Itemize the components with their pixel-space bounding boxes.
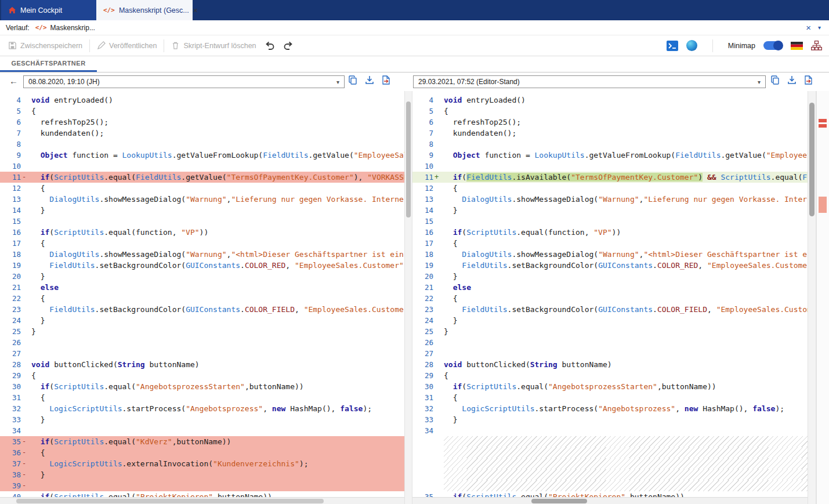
diff-marker: [21, 205, 29, 216]
code-line: 31 {: [0, 392, 404, 403]
line-number: 21: [416, 282, 433, 293]
code-text: [444, 469, 808, 480]
toolbar-separator: [712, 39, 713, 52]
tab-mein-cockpit[interactable]: Mein Cockpit: [1, 0, 96, 20]
line-number: 21: [3, 282, 21, 293]
publish-button[interactable]: Veröffentlichen: [97, 41, 157, 50]
code-line: 13 DialogUtils.showMessageDialog("Warnun…: [0, 194, 404, 205]
code-line: 8: [0, 139, 404, 150]
console-icon[interactable]: [667, 41, 678, 51]
line-number: 12: [3, 183, 21, 194]
tab-maskenskript[interactable]: </> Maskenskript (Gesc... ×: [96, 0, 193, 20]
right-version-actions: [770, 75, 813, 85]
code-text: {: [444, 370, 448, 381]
close-tab-icon[interactable]: ×: [193, 6, 198, 15]
code-text: {: [31, 183, 45, 194]
diff-marker: [21, 95, 29, 106]
diff-marker: [21, 282, 29, 293]
diff-marker: [21, 381, 29, 392]
line-number: 7: [416, 128, 433, 139]
line-number: 6: [416, 117, 433, 128]
line-number: 14: [3, 205, 21, 216]
code-text: {: [444, 106, 448, 117]
code-line: 6 refreshTop25();: [0, 117, 404, 128]
diff-marker: [21, 194, 29, 205]
code-line: 20 }: [412, 271, 808, 282]
code-text: kundendaten();: [444, 128, 516, 139]
code-line: 19 FieldUtils.setBackgroundColor(GUICons…: [412, 260, 808, 271]
diff-marker: [21, 370, 29, 381]
line-number: 16: [416, 227, 433, 238]
download-icon[interactable]: [365, 75, 374, 85]
diff-pane-left: 4void entryLoaded()5{6 refreshTop25();7 …: [0, 91, 404, 504]
publish-pen-icon: [97, 41, 106, 50]
line-number: 26: [416, 337, 433, 348]
copy-icon[interactable]: [348, 75, 357, 85]
german-flag-icon[interactable]: [791, 42, 803, 50]
diff-change-marker[interactable]: [819, 124, 827, 128]
line-number: 8: [416, 139, 433, 150]
scrollbar-thumb[interactable]: [16, 499, 324, 503]
code-line: 12 {: [412, 183, 808, 194]
code-line: 14 }: [0, 205, 404, 216]
code-text: if(ScriptUtils.equal(FieldUtils.getValue…: [31, 172, 404, 183]
code-line: 31 {: [412, 392, 808, 403]
redo-button[interactable]: [283, 41, 294, 50]
code-text: }: [31, 414, 45, 425]
scrollbar-thumb[interactable]: [531, 499, 587, 503]
code-text: {: [444, 293, 457, 304]
code-line: 18 DialogUtils.showMessageDialog("Warnun…: [412, 249, 808, 260]
line-number: 36: [3, 447, 21, 458]
close-panel-icon[interactable]: ×: [806, 23, 811, 32]
code-line: 15: [412, 216, 808, 227]
code-text: {: [31, 293, 45, 304]
save-draft-button[interactable]: Zwischenspeichern: [8, 41, 82, 50]
code-text: LogicScriptUtils.startProcess("Angebotsp…: [444, 403, 784, 414]
back-arrow-icon[interactable]: ←: [9, 76, 18, 86]
chevron-down-icon[interactable]: ▾: [818, 24, 821, 31]
diff-marker: [433, 315, 441, 326]
line-number: 32: [416, 403, 433, 414]
diff-delete-marker[interactable]: [819, 197, 827, 213]
left-version-select[interactable]: 08.08.2020, 19:10 (JH) ▾: [23, 75, 345, 88]
diff-marker: [433, 194, 441, 205]
line-number: 15: [3, 216, 21, 227]
code-line: 28void buttonClicked(String buttonName): [0, 359, 404, 370]
copy-icon[interactable]: [770, 75, 780, 85]
scrollbar-thumb[interactable]: [809, 103, 814, 216]
diff-marker: [21, 161, 29, 172]
right-version-select[interactable]: 29.03.2021, 07:52 (Editor-Stand) ▾: [413, 75, 766, 88]
code-text: if(ScriptUtils.equal(function, "VP")): [444, 227, 621, 238]
diff-change-marker[interactable]: [819, 119, 827, 122]
code-text: {: [444, 238, 457, 249]
line-number: 20: [3, 271, 21, 282]
undo-button[interactable]: [265, 41, 275, 50]
diff-overview-ruler: [816, 91, 829, 504]
line-number: 30: [3, 381, 21, 392]
code-line: 37- LogicScriptUtils.externalInvocation(…: [0, 458, 404, 469]
delete-draft-button[interactable]: Skript-Entwurf löschen: [171, 41, 256, 50]
diff-marker: [21, 414, 29, 425]
minimap-toggle[interactable]: [763, 41, 783, 50]
scrollbar-thumb[interactable]: [406, 101, 411, 217]
code-text: if(ScriptUtils.equal("AngebotsprozessSta…: [444, 381, 716, 392]
line-number: 9: [3, 150, 21, 161]
left-pane-horizontal-scrollbar: [0, 497, 404, 504]
export-document-icon[interactable]: [804, 75, 813, 85]
left-version-value: 08.08.2020, 19:10 (JH): [28, 78, 100, 86]
code-line: 20 }: [0, 271, 404, 282]
code-line: 16 if(ScriptUtils.equal(function, "VP")): [412, 227, 808, 238]
line-number: 13: [3, 194, 21, 205]
minimap-label: Minimap: [728, 42, 755, 50]
sitemap-icon[interactable]: [811, 41, 822, 50]
code-text: Object function = LookupUtils.getValueFr…: [31, 150, 404, 161]
history-entry[interactable]: Maskenskrip...: [50, 24, 95, 32]
line-number: 28: [416, 359, 433, 370]
code-text: void entryLoaded(): [31, 95, 113, 106]
download-icon[interactable]: [787, 75, 797, 85]
export-document-icon[interactable]: [382, 75, 390, 85]
line-number: 10: [416, 161, 433, 172]
line-number: 15: [416, 216, 433, 227]
tab-geschaeftspartner[interactable]: GESCHÄFTSPARTNER: [0, 56, 97, 71]
globe-sphere-icon[interactable]: [686, 40, 697, 51]
